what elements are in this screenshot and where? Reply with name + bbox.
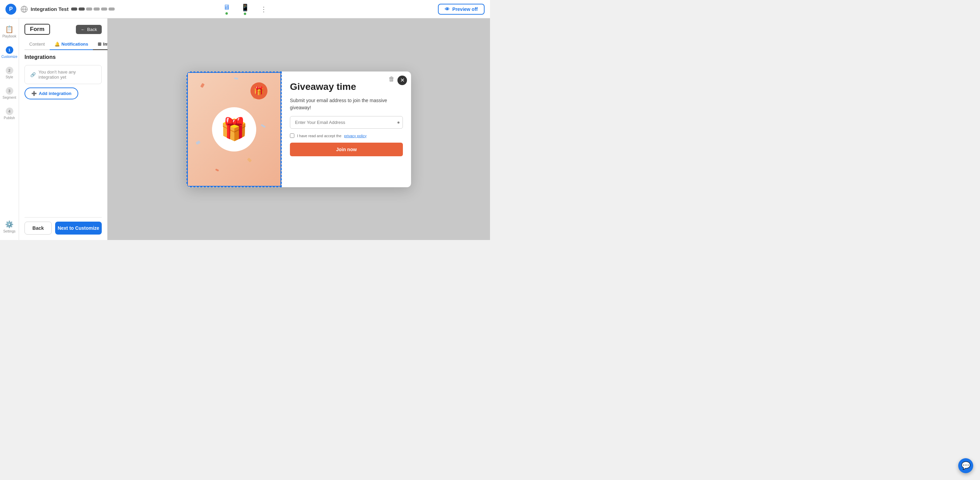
playbook-icon: 📋 (5, 25, 14, 33)
customize-step-badge: 1 (6, 46, 13, 54)
popup-left-image[interactable]: 🎁 🎁 (186, 72, 282, 187)
bottom-next-button[interactable]: Next to Customize (55, 222, 102, 234)
mobile-icon: 📱 (241, 3, 250, 11)
tab-content[interactable]: Content (24, 39, 50, 50)
no-integration-box: 🔗 You don't have any integration yet (24, 65, 102, 84)
integrations-section: Integrations 🔗 You don't have any integr… (24, 54, 102, 99)
popup-close-button[interactable]: ✕ (398, 76, 407, 85)
preview-area: 🎁 🎁 ✕ 🗑 Giveaway time Submit your email … (108, 18, 490, 240)
popup-title: Giveaway time (290, 81, 403, 92)
privacy-policy-link[interactable]: privacy policy (344, 134, 366, 138)
panel-back-button[interactable]: ← Back (76, 25, 102, 34)
arrow-left-icon: ← (81, 27, 85, 32)
sidebar-item-publish[interactable]: 4 Publish (2, 105, 18, 123)
join-now-button[interactable]: Join now (290, 143, 403, 156)
preview-button[interactable]: 👁 Preview off (438, 4, 485, 14)
mobile-active-dot (244, 13, 247, 15)
desktop-active-dot (225, 12, 228, 14)
segment-step-badge: 3 (6, 87, 13, 95)
device-switcher: 🖥 📱 ⋮ (221, 2, 270, 16)
panel-tabs: Content 🔔 Notifications ⊞ Integration (24, 39, 102, 50)
main-layout: 📋 Playbook 1 Customize 2 Style 3 Segment… (0, 18, 490, 240)
side-panel: Form ← Back Content 🔔 Notifications ⊞ In… (19, 18, 108, 240)
icon-sidebar: 📋 Playbook 1 Customize 2 Style 3 Segment… (0, 18, 19, 240)
add-integration-button[interactable]: ➕ Add integration (24, 88, 78, 99)
panel-bottom-bar: Back Next to Customize (24, 217, 102, 234)
sidebar-item-settings[interactable]: ⚙️ Settings (2, 217, 18, 236)
panel-title: Form (24, 24, 50, 35)
style-step-badge: 2 (6, 67, 13, 74)
more-options-btn[interactable]: ⋮ (258, 4, 270, 14)
popup-description: Submit your email address to join the ma… (290, 97, 403, 111)
sidebar-item-customize[interactable]: 1 Customize (2, 43, 18, 61)
integration-placeholder-icon: 🔗 (30, 72, 36, 77)
sidebar-item-segment[interactable]: 3 Segment (2, 85, 18, 102)
gift-badge: 🎁 (250, 82, 267, 99)
desktop-device-btn[interactable]: 🖥 (221, 2, 233, 16)
sidebar-item-playbook[interactable]: 📋 Playbook (2, 22, 18, 41)
page-title: Integration Test (30, 6, 68, 12)
gift-image-area: 🎁 🎁 (187, 72, 281, 187)
settings-icon: ⚙️ (5, 220, 14, 228)
integrations-heading: Integrations (24, 54, 102, 60)
email-input[interactable] (290, 116, 403, 129)
top-bar: P Integration Test 🖥 📱 ⋮ 👁 Pre (0, 0, 490, 18)
bottom-back-button[interactable]: Back (24, 222, 52, 234)
mobile-device-btn[interactable]: 📱 (238, 2, 252, 16)
breadcrumb (71, 8, 115, 11)
panel-header: Form ← Back (24, 24, 102, 35)
sidebar-item-style[interactable]: 2 Style (2, 64, 18, 82)
popup-right-form: ✕ 🗑 Giveaway time Submit your email addr… (282, 72, 411, 187)
integration-icon: ⊞ (98, 41, 102, 47)
tab-notifications[interactable]: 🔔 Notifications (50, 39, 93, 50)
bell-icon: 🔔 (54, 41, 60, 47)
plus-icon: ➕ (31, 91, 37, 96)
app-logo[interactable]: P (5, 4, 16, 14)
privacy-checkbox[interactable] (290, 134, 294, 138)
email-field-container (290, 116, 403, 129)
popup-container: 🎁 🎁 ✕ 🗑 Giveaway time Submit your email … (186, 72, 411, 187)
privacy-checkbox-row: I have read and accept the privacy polic… (290, 134, 403, 138)
desktop-icon: 🖥 (223, 3, 230, 11)
globe-icon (21, 5, 28, 13)
input-dot-indicator (398, 121, 399, 124)
eye-icon: 👁 (445, 6, 450, 12)
delete-icon[interactable]: 🗑 (388, 76, 395, 83)
gift-circle: 🎁 (212, 107, 256, 151)
publish-step-badge: 4 (6, 108, 13, 115)
top-bar-left: Integration Test (21, 5, 115, 13)
